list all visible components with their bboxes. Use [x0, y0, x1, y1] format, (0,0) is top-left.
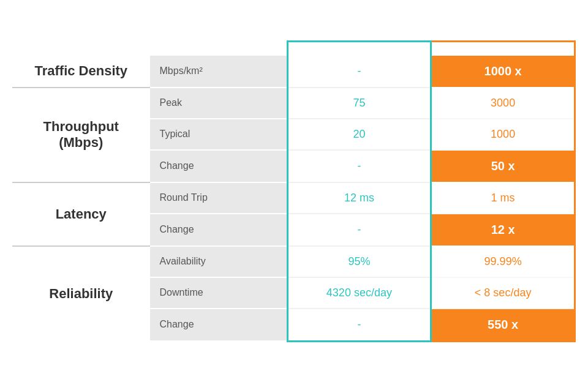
table-row: LatencyRound Trip12 ms1 ms: [12, 182, 575, 214]
subcategory-cell: Change: [150, 150, 288, 182]
4g-header: [287, 41, 431, 56]
category-cell: Throughput(Mbps): [12, 88, 150, 182]
5g-value-cell: 3000: [431, 88, 575, 119]
subcategory-cell: Downtime: [150, 277, 288, 309]
table-row: ReliabilityAvailability95%99.99%: [12, 246, 575, 277]
5g-value-cell: 550 x: [431, 309, 575, 342]
category-cell: Traffic Density: [12, 56, 150, 88]
subcategory-cell: Mbps/km²: [150, 56, 288, 88]
subcategory-cell: Availability: [150, 246, 288, 277]
5g-value-cell: 1000 x: [431, 56, 575, 88]
5g-header: [431, 41, 575, 56]
subcategory-cell: Round Trip: [150, 182, 288, 214]
5g-value-cell: 50 x: [431, 150, 575, 182]
subcategory-cell: Change: [150, 214, 288, 246]
subcategory-cell: Peak: [150, 88, 288, 119]
5g-value-cell: 1 ms: [431, 182, 575, 214]
category-cell: Latency: [12, 182, 150, 246]
4g-value-cell: -: [287, 150, 431, 182]
subcategory-cell: Typical: [150, 119, 288, 150]
4g-value-cell: -: [287, 214, 431, 246]
table-row: Throughput(Mbps)Peak753000: [12, 88, 575, 119]
4g-value-cell: 4320 sec/day: [287, 277, 431, 309]
category-cell: Reliability: [12, 246, 150, 342]
4g-value-cell: 20: [287, 119, 431, 150]
5g-value-cell: 1000: [431, 119, 575, 150]
table-row: Traffic DensityMbps/km²-1000 x: [12, 56, 575, 88]
comparison-table: Traffic DensityMbps/km²-1000 xThroughput…: [12, 40, 576, 342]
5g-value-cell: 12 x: [431, 214, 575, 246]
4g-value-cell: 12 ms: [287, 182, 431, 214]
4g-value-cell: 95%: [287, 246, 431, 277]
4g-value-cell: 75: [287, 88, 431, 119]
subcat-header: [150, 41, 288, 56]
4g-value-cell: -: [287, 56, 431, 88]
4g-value-cell: -: [287, 309, 431, 342]
empty-header: [12, 41, 150, 56]
5g-value-cell: < 8 sec/day: [431, 277, 575, 309]
subcategory-cell: Change: [150, 309, 288, 342]
5g-value-cell: 99.99%: [431, 246, 575, 277]
